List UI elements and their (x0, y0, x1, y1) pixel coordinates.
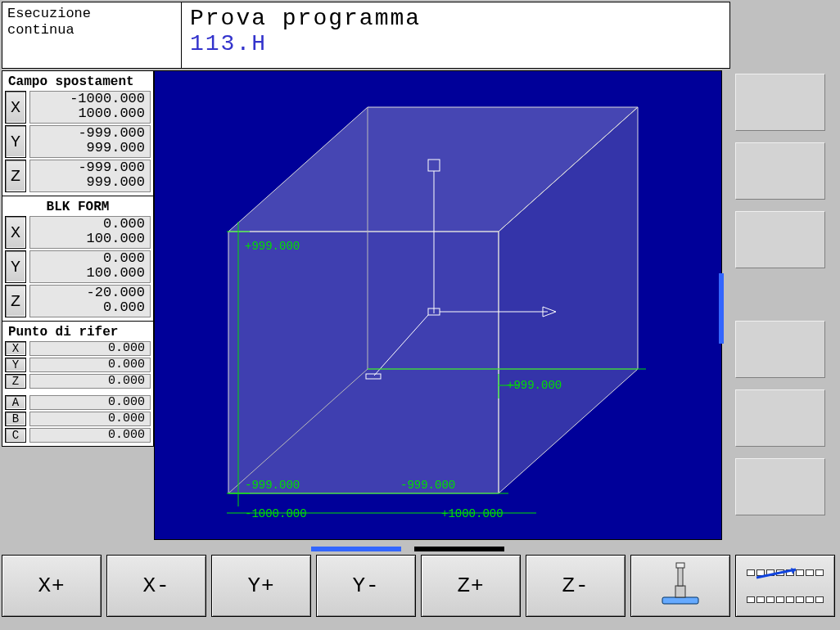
traverse-x-max: 1000.000 (35, 106, 145, 121)
traverse-z-min: -999.000 (78, 160, 145, 175)
datum-x: 0.000 (108, 341, 145, 355)
datum-y: 0.000 (108, 358, 145, 371)
softkey-z-minus[interactable]: Z- (526, 555, 625, 617)
vp-label-right-x: +999.000 (507, 379, 562, 392)
blkform-y-min: 0.000 (103, 250, 145, 266)
blkform-z-min: -20.000 (87, 285, 145, 300)
traverse-y-button[interactable]: Y (5, 125, 26, 158)
workpiece-3d-icon: +999.000 -999.000 -999.000 +999.000 -100… (155, 71, 723, 541)
softkey-x-minus[interactable]: X- (106, 555, 206, 617)
datum-z: 0.000 (108, 374, 145, 388)
right-softkey-6[interactable] (735, 458, 825, 515)
vp-label-top-y: +999.000 (245, 240, 300, 253)
datum-x-button[interactable]: X (5, 341, 26, 356)
left-panel: Campo spostament X -1000.000 1000.000 Y … (2, 70, 154, 447)
svg-rect-21 (662, 597, 698, 604)
softkey-machine[interactable] (630, 555, 730, 617)
softkey-z-plus[interactable]: Z+ (421, 555, 521, 617)
right-softkey-3[interactable] (735, 211, 825, 268)
right-softkey-4[interactable] (735, 321, 825, 378)
3d-viewport[interactable]: +999.000 -999.000 -999.000 +999.000 -100… (154, 70, 722, 540)
machine-icon (656, 561, 705, 610)
traverse-x-min: -1000.000 (70, 91, 145, 106)
svg-rect-23 (678, 566, 683, 586)
arrow-right-icon (755, 568, 804, 579)
datum-c-button[interactable]: C (5, 428, 26, 443)
right-softkey-5[interactable] (735, 389, 825, 447)
pager-row-top (747, 569, 824, 576)
softkey-pager[interactable] (735, 555, 835, 617)
vp-label-floor-r: +1000.000 (441, 507, 504, 520)
datum-z-button[interactable]: Z (5, 374, 26, 389)
traverse-z-button[interactable]: Z (5, 160, 26, 192)
datum-c: 0.000 (108, 428, 145, 442)
blkform-x-button[interactable]: X (5, 216, 26, 249)
blkform-z-max: 0.000 (35, 300, 145, 315)
traverse-y-max: 999.000 (35, 141, 145, 155)
blkform-x-min: 0.000 (103, 216, 145, 232)
program-title: Prova programma (190, 6, 721, 31)
datum-y-button[interactable]: Y (5, 358, 26, 372)
datum-b-button[interactable]: B (5, 412, 26, 426)
mode-line2: continua (7, 22, 176, 38)
softkey-page-markers (2, 543, 838, 555)
svg-line-25 (756, 569, 796, 578)
right-softkey-column (724, 70, 838, 540)
softkey-y-plus[interactable]: Y+ (211, 555, 311, 617)
datum-b: 0.000 (108, 412, 145, 425)
traverse-z-max: 999.000 (35, 175, 145, 190)
datum-a: 0.000 (108, 395, 145, 409)
blkform-heading: BLK FORM (5, 198, 151, 216)
header-spacer (730, 2, 838, 69)
datum-a-button[interactable]: A (5, 395, 26, 410)
softkey-page-other-icon (414, 547, 504, 551)
traverse-x-button[interactable]: X (5, 91, 26, 124)
softkey-x-plus[interactable]: X+ (2, 555, 102, 617)
softkey-page-active-icon (311, 547, 401, 551)
traverse-y-min: -999.000 (78, 125, 145, 141)
vp-label-floor-l: -1000.000 (245, 507, 307, 520)
blkform-y-max: 100.000 (35, 266, 145, 281)
vp-label-bot-y: -999.000 (245, 479, 300, 492)
right-softkey-2[interactable] (735, 142, 825, 200)
mode-box: Esecuzione continua (2, 2, 182, 69)
traverse-heading: Campo spostament (5, 73, 151, 91)
title-box: Prova programma 113.H (182, 2, 730, 69)
blkform-x-max: 100.000 (35, 232, 145, 246)
blkform-y-button[interactable]: Y (5, 250, 26, 283)
svg-marker-0 (228, 232, 499, 493)
svg-rect-24 (676, 563, 684, 568)
svg-rect-22 (675, 586, 685, 597)
softkey-y-minus[interactable]: Y- (316, 555, 416, 617)
program-file: 113.H (190, 31, 721, 56)
right-softkey-1[interactable] (735, 74, 825, 131)
datum-heading: Punto di rifer (5, 323, 151, 341)
vp-label-mid-x: -999.000 (400, 479, 455, 492)
blkform-z-button[interactable]: Z (5, 285, 26, 317)
pager-row-bottom (747, 596, 824, 603)
mode-line1: Esecuzione (7, 6, 176, 22)
